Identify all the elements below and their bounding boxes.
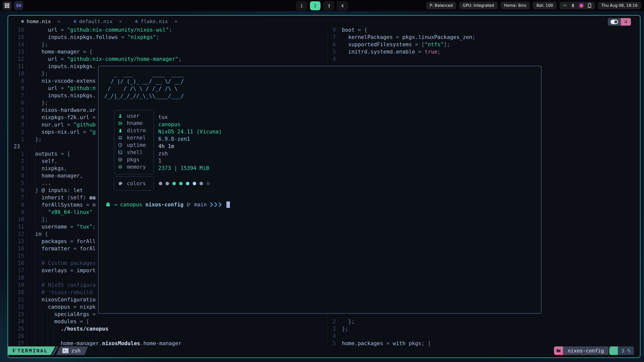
code-line: 4 (327, 56, 639, 63)
window-close-button[interactable]: ✕ (621, 18, 631, 26)
tab-default-nix[interactable]: ❄ default.nix × (67, 16, 129, 27)
fetch-row: uptime (114, 141, 153, 149)
user-icon (117, 114, 123, 118)
workspace-3[interactable]: 3 (324, 1, 334, 10)
top-bar: $W 1 2 3 4 P: Balanced GPU: Integrated H… (0, 0, 644, 11)
tab-close-icon[interactable]: × (119, 18, 122, 24)
code-line: 13 home-manager = { (8, 48, 327, 56)
shell-segment: >_ zsh (56, 346, 88, 355)
flame-icon[interactable] (579, 3, 584, 8)
power-profile-pill: P: Balanced (426, 2, 456, 9)
terminal-cursor (226, 201, 230, 208)
prompt-branch: main (194, 202, 207, 208)
workspace-switcher: 1 2 3 4 (296, 1, 348, 10)
fetch-row: pkgs (114, 156, 153, 163)
cwd-segment: nixos-config (563, 346, 609, 355)
code-pane-right-top[interactable]: 8boot = {7 kernelPackages = pkgs.linuxPa… (327, 26, 639, 63)
fetch-row: shell (114, 149, 153, 156)
editor-tab-bar: ❄ home.nix × ❄ default.nix × ❄ flake.nix… (15, 16, 184, 27)
nix-snowflake-icon: ❄ (21, 18, 24, 24)
tab-flake-nix[interactable]: ❄ flake.nix × (129, 16, 184, 27)
palette-icon (117, 181, 123, 186)
tab-close-icon[interactable]: × (57, 18, 60, 24)
uptime-icon (117, 143, 123, 147)
wm-logo-button[interactable]: $W (14, 1, 23, 10)
code-line: 6 supportedFilesystems = ["ntfs"]; (327, 41, 639, 48)
code-line: 27 home-manager.nixosModules.home-manage… (8, 340, 327, 347)
bluetooth-icon[interactable] (571, 3, 575, 8)
workspace-1[interactable]: 1 (296, 1, 307, 10)
code-line: 8boot = { (327, 26, 639, 34)
code-line: 3}; (327, 325, 639, 333)
system-tray: ✂ (559, 2, 595, 9)
code-line: 5home.packages = with pkgs; [ (327, 340, 639, 347)
prompt-directory: nixos-config (145, 202, 184, 208)
hostname-icon (117, 121, 123, 125)
workspace-2-active[interactable]: 2 (310, 1, 320, 10)
palette-dot (172, 182, 176, 185)
terminal-icon: >_ (62, 348, 68, 353)
editor-window: ❄ home.nix × ❄ default.nix × ❄ flake.nix… (8, 15, 640, 358)
prompt-arrow: → (114, 201, 117, 208)
fetch-info-box: user hname distro kernel uptime (114, 110, 154, 174)
code-line: 2 }; (327, 318, 639, 325)
palette-dot (206, 182, 210, 185)
topbar-left-group: $W (3, 1, 23, 10)
floating-terminal-window[interactable]: _ ___ ____ ____ / |/ (_)_ __/ __ \/ __/ … (98, 66, 541, 313)
gpu-pill: GPU: Integrated (459, 2, 497, 9)
workspace-4[interactable]: 4 (337, 1, 348, 10)
code-line: 15 inputs.nixpkgs.follows = "nixpkgs"; (8, 34, 327, 41)
battery-pill: Bat: 100 (533, 2, 556, 9)
phone-icon[interactable] (588, 3, 591, 8)
lines-segment (609, 346, 618, 355)
code-line: 7 kernelPackages = pkgs.linuxPackages_ze… (327, 34, 639, 41)
wm-logo-text: $W (16, 3, 21, 8)
prompt-host: canopus (120, 202, 142, 208)
toggle-switch[interactable] (608, 18, 621, 26)
window-controls: ✕ (608, 18, 631, 26)
clock-pill: Thu Aug 08, 18:16 (598, 2, 641, 9)
palette-dot (159, 182, 162, 185)
tab-home-nix[interactable]: ❄ home.nix × (15, 16, 67, 27)
app-launcher-button[interactable] (3, 1, 12, 10)
palette-dot (199, 182, 203, 185)
mode-segment: V TERMINAL (8, 346, 55, 355)
code-line: 5 initrd.systemd.enable = true; (327, 48, 639, 56)
topbar-right-group: P: Balanced GPU: Integrated Home: 6ms Ba… (426, 2, 641, 9)
palette-dot (186, 182, 189, 185)
shell-prompt[interactable]: → canopus nixos-config main (105, 201, 230, 208)
memory-icon (117, 165, 123, 169)
code-pane-right-bottom[interactable]: 2 };3};45home.packages = with pkgs; [ (327, 318, 639, 347)
code-line: 4 (327, 333, 639, 340)
fetch-row: distro (114, 127, 153, 134)
prompt-chevrons-icon (210, 202, 223, 207)
statusline-left: V TERMINAL >_ zsh (8, 346, 88, 355)
palette-dot (179, 182, 183, 185)
packages-icon (117, 157, 123, 162)
distro-icon (117, 128, 123, 133)
code-line: 25 ./hosts/canopus (8, 325, 327, 333)
folder-icon (556, 349, 561, 353)
fetch-values: tux canopus NixOS 24.11 (Vicuna) 6.9.8-z… (158, 114, 222, 172)
statusline-right: nixos-config 3 % (554, 346, 634, 355)
tab-close-icon[interactable]: × (174, 18, 177, 24)
ping-pill: Home: 6ms (501, 2, 530, 9)
git-branch-icon (186, 202, 191, 207)
fetch-row: kernel (114, 134, 153, 141)
nix-snowflake-icon: ❄ (73, 18, 76, 24)
fetch-row: hname (114, 119, 153, 127)
palette-dot (166, 182, 169, 185)
color-palette-dots (159, 182, 210, 185)
palette-dot (193, 182, 196, 185)
folder-segment (554, 346, 563, 355)
scissors-icon[interactable]: ✂ (563, 2, 567, 9)
kernel-icon (117, 135, 123, 140)
fetch-colors-box: colors (114, 176, 154, 191)
scroll-percent: 3 % (618, 346, 634, 355)
code-line: 12 url = "github:nix-community/home-mana… (8, 56, 327, 63)
apps-grid-icon (5, 3, 10, 8)
ghost-icon (105, 202, 111, 207)
nix-snowflake-icon: ❄ (135, 18, 138, 24)
code-line: 26 (8, 333, 327, 340)
fetch-row: memory (114, 163, 153, 170)
